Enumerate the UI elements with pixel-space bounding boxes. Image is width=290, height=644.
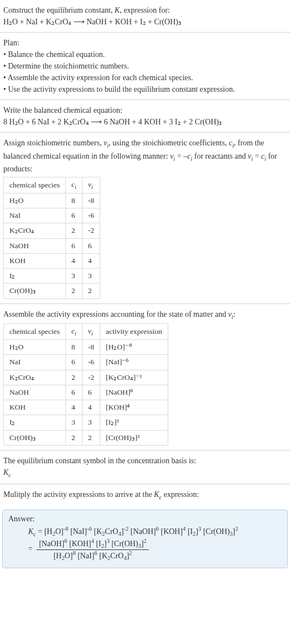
plan-section: Plan: • Balance the chemical equation. •… (0, 33, 290, 100)
plan-item: • Determine the stoichiometric numbers. (3, 60, 287, 72)
col-species: chemical species (4, 324, 66, 340)
table-row: NaOH66[NaOH]⁶ (4, 385, 168, 400)
plan-item: • Use the activity expressions to build … (3, 83, 287, 95)
multiply-section: Mulitply the activity expressions to arr… (0, 484, 290, 506)
table-row: NaOH66 (4, 238, 100, 253)
table-row: H₂O8-8[H₂O]⁻⁸ (4, 340, 168, 355)
table-header-row: chemical species ci νi (4, 177, 100, 193)
balanced-section: Write the balanced chemical equation: 8 … (0, 100, 290, 133)
table-row: Cr(OH)₃22 (4, 284, 100, 299)
plan-item: • Balance the chemical equation. (3, 49, 287, 60)
table-row: I₂33[I₂]³ (4, 415, 168, 430)
kc-symbol-line2: Kc (3, 467, 287, 480)
intro-section: Construct the equilibrium constant, K, e… (0, 0, 290, 33)
activity-table: chemical species ci νi activity expressi… (3, 323, 168, 446)
stoich-table: chemical species ci νi H₂O8-8 NaI6-6 K₂C… (3, 177, 100, 299)
table-row: Cr(OH)₃22[Cr(OH)₃]² (4, 430, 168, 445)
answer-label: Answer: (8, 515, 282, 523)
table-row: K₂CrO₄2-2 (4, 223, 100, 238)
table-header-row: chemical species ci νi activity expressi… (4, 324, 168, 340)
answer-expression: Kc = [H2O]-8 [NaI]-6 [K2CrO4]-2 [NaOH]6 … (8, 526, 282, 561)
table-row: NaI6-6 (4, 208, 100, 223)
stoich-section: Assign stoichiometric numbers, νi, using… (0, 133, 290, 304)
activity-section: Assemble the activity expressions accoun… (0, 304, 290, 451)
multiply-heading: Mulitply the activity expressions to arr… (3, 489, 287, 502)
col-ci: ci (66, 177, 82, 193)
answer-box: Answer: Kc = [H2O]-8 [NaI]-6 [K2CrO4]-2 … (2, 510, 288, 568)
col-species: chemical species (4, 177, 66, 193)
col-ci: ci (66, 324, 82, 340)
reaction-unbalanced: H₂O + NaI + K₂CrO₄ ⟶ NaOH + KOH + I₂ + C… (3, 16, 287, 28)
fraction-numerator: [NaOH]6 [KOH]4 [I2]3 [Cr(OH)3]2 (37, 538, 148, 549)
col-vi: νi (82, 324, 100, 340)
fraction-denominator: [H2O]8 [NaI]6 [K2CrO4]2 (37, 550, 148, 561)
table-row: H₂O8-8 (4, 193, 100, 208)
answer-fraction: [NaOH]6 [KOH]4 [I2]3 [Cr(OH)3]2 [H2O]8 [… (37, 538, 148, 561)
answer-line2: = [NaOH]6 [KOH]4 [I2]3 [Cr(OH)3]2 [H2O]8… (28, 538, 282, 561)
kc-symbol-section: The equilibrium constant symbol in the c… (0, 451, 290, 485)
plan-heading: Plan: (3, 37, 287, 49)
stoich-text: Assign stoichiometric numbers, νi, using… (3, 137, 287, 175)
kc-symbol-line1: The equilibrium constant symbol in the c… (3, 455, 287, 467)
intro-line1: Construct the equilibrium constant, K, e… (3, 4, 287, 16)
col-vi: νi (82, 177, 100, 193)
table-row: KOH44 (4, 253, 100, 268)
plan-item: • Assemble the activity expression for e… (3, 72, 287, 83)
balanced-equation: 8 H₂O + 6 NaI + 2 K₂CrO₄ ⟶ 6 NaOH + 4 KO… (3, 116, 287, 128)
answer-line1: Kc = [H2O]-8 [NaI]-6 [K2CrO4]-2 [NaOH]6 … (28, 526, 282, 537)
table-row: I₂33 (4, 269, 100, 284)
equals-sign: = (28, 545, 33, 553)
activity-heading: Assemble the activity expressions accoun… (3, 308, 287, 322)
col-activity: activity expression (100, 324, 168, 340)
table-row: KOH44[KOH]⁴ (4, 400, 168, 415)
table-row: K₂CrO₄2-2[K₂CrO₄]⁻² (4, 370, 168, 385)
balanced-heading: Write the balanced chemical equation: (3, 104, 287, 116)
table-row: NaI6-6[NaI]⁻⁶ (4, 355, 168, 370)
